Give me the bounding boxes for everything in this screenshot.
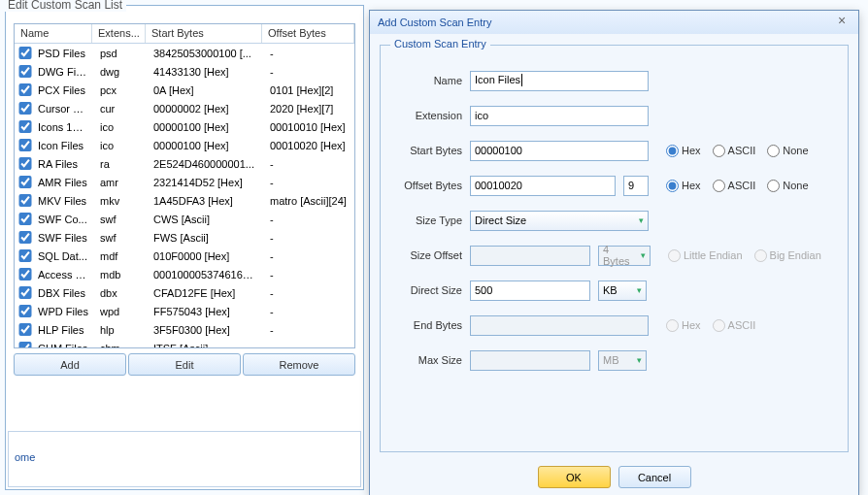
- remove-button[interactable]: Remove: [243, 353, 355, 376]
- cell-offset-bytes: -: [264, 157, 354, 171]
- row-checkbox[interactable]: [18, 139, 32, 151]
- offset-extra-field[interactable]: [623, 176, 649, 196]
- cell-extension: dbx: [94, 286, 148, 300]
- cell-offset-bytes: -: [264, 47, 354, 60]
- cell-start-bytes: 1A45DFA3 [Hex]: [148, 194, 264, 208]
- size-offset-label: Size Offset: [394, 249, 462, 261]
- row-checkbox[interactable]: [18, 176, 32, 188]
- cell-name: DBX Files: [32, 286, 94, 300]
- row-checkbox[interactable]: [18, 194, 32, 207]
- start-hex-radio[interactable]: Hex: [666, 145, 701, 157]
- row-checkbox[interactable]: [18, 213, 32, 225]
- cell-extension: ico: [94, 120, 148, 134]
- row-checkbox[interactable]: [18, 65, 32, 78]
- cell-start-bytes: 010F0000 [Hex]: [148, 249, 264, 263]
- link-area: ome: [8, 431, 361, 487]
- name-field[interactable]: Icon Files: [470, 71, 649, 91]
- row-checkbox[interactable]: [18, 102, 32, 115]
- row-checkbox[interactable]: [18, 231, 32, 244]
- cell-name: SWF Co...: [32, 213, 94, 226]
- row-checkbox[interactable]: [18, 342, 32, 348]
- header-start-bytes[interactable]: Start Bytes: [146, 24, 262, 43]
- table-row[interactable]: Icons 16 Bitico00000100 [Hex]00010010 [H…: [15, 117, 354, 136]
- offset-ascii-radio[interactable]: ASCII: [713, 180, 756, 192]
- cell-name: RA Files: [32, 157, 94, 171]
- cell-start-bytes: 41433130 [Hex]: [148, 65, 264, 79]
- max-size-unit-select: MB: [598, 350, 647, 371]
- cell-extension: wpd: [94, 305, 148, 318]
- fieldset-legend: Custom Scan Entry: [390, 38, 490, 50]
- offset-none-radio[interactable]: None: [767, 180, 808, 192]
- scan-table: Name Extens... Start Bytes Offset Bytes …: [14, 23, 355, 348]
- start-none-radio[interactable]: None: [767, 145, 808, 157]
- offset-hex-radio[interactable]: Hex: [666, 180, 701, 192]
- cell-extension: psd: [94, 47, 148, 60]
- row-checkbox[interactable]: [18, 286, 32, 299]
- table-row[interactable]: HLP Fileshlp3F5F0300 [Hex]-: [15, 320, 354, 339]
- cell-name: WPD Files: [32, 305, 94, 318]
- start-bytes-label: Start Bytes: [394, 145, 462, 156]
- extension-field[interactable]: [470, 106, 649, 126]
- cell-name: MKV Files: [32, 194, 94, 208]
- table-row[interactable]: SQL Dat...mdf010F0000 [Hex]-: [15, 247, 354, 265]
- table-row[interactable]: Cursor Filescur00000002 [Hex]2020 [Hex][…: [15, 99, 354, 117]
- cancel-button[interactable]: Cancel: [618, 466, 691, 488]
- start-bytes-field[interactable]: [470, 141, 649, 161]
- cell-extension: mdb: [94, 268, 148, 281]
- cell-offset-bytes: 0101 [Hex][2]: [264, 83, 354, 97]
- table-row[interactable]: Access Filemdb000100005374616E...-: [15, 265, 354, 283]
- table-row[interactable]: SWF FilesswfFWS [Ascii]-: [15, 228, 354, 247]
- row-checkbox[interactable]: [18, 305, 32, 317]
- row-checkbox[interactable]: [18, 249, 32, 262]
- row-checkbox[interactable]: [18, 47, 32, 59]
- add-entry-dialog: Add Custom Scan Entry × Custom Scan Entr…: [369, 10, 859, 495]
- table-row[interactable]: Icon Filesico00000100 [Hex]00010020 [Hex…: [15, 136, 354, 154]
- direct-size-field[interactable]: [470, 280, 590, 301]
- table-row[interactable]: WPD FileswpdFF575043 [Hex]-: [15, 302, 354, 320]
- row-checkbox[interactable]: [18, 268, 32, 280]
- end-bytes-field: [470, 315, 649, 336]
- cell-name: Icons 16 Bit: [32, 120, 94, 134]
- size-type-select[interactable]: Direct Size: [470, 211, 649, 231]
- text-cursor-icon: [521, 74, 522, 86]
- row-checkbox[interactable]: [18, 83, 32, 96]
- cell-offset-bytes: -: [264, 342, 354, 349]
- row-checkbox[interactable]: [18, 157, 32, 170]
- cell-offset-bytes: -: [264, 176, 354, 189]
- cell-offset-bytes: -: [264, 323, 354, 337]
- cell-extension: mkv: [94, 194, 148, 208]
- table-row[interactable]: MKV Filesmkv1A45DFA3 [Hex]matro [Ascii][…: [15, 191, 354, 210]
- cell-extension: pcx: [94, 83, 148, 97]
- little-endian-radio: Little Endian: [668, 249, 743, 262]
- table-row[interactable]: PCX Filespcx0A [Hex]0101 [Hex][2]: [15, 81, 354, 99]
- table-row[interactable]: RA Filesra2E524D460000001...-: [15, 154, 354, 173]
- cell-start-bytes: ITSF [Ascii]: [148, 342, 264, 349]
- button-row: Add Edit Remove: [14, 353, 355, 376]
- table-row[interactable]: DBX FilesdbxCFAD12FE [Hex]-: [15, 283, 354, 302]
- cell-start-bytes: 00000100 [Hex]: [148, 120, 264, 134]
- table-row[interactable]: DWG Filesdwg41433130 [Hex]-: [15, 62, 354, 81]
- row-checkbox[interactable]: [18, 323, 32, 336]
- add-button[interactable]: Add: [14, 353, 126, 376]
- table-row[interactable]: CHM FileschmITSF [Ascii]-: [15, 339, 354, 348]
- table-row[interactable]: SWF Co...swfCWS [Ascii]-: [15, 210, 354, 228]
- start-ascii-radio[interactable]: ASCII: [713, 145, 756, 157]
- table-row[interactable]: PSD Filespsd38425053000100 [...-: [15, 44, 354, 62]
- offset-bytes-field[interactable]: [470, 176, 616, 196]
- extension-label: Extension: [394, 110, 462, 121]
- home-link[interactable]: ome: [15, 451, 35, 463]
- ok-button[interactable]: OK: [538, 466, 611, 488]
- row-checkbox[interactable]: [18, 120, 32, 133]
- cell-name: PSD Files: [32, 47, 94, 60]
- header-offset-bytes[interactable]: Offset Bytes: [262, 24, 354, 43]
- cell-offset-bytes: 00010020 [Hex]: [264, 139, 354, 152]
- close-icon[interactable]: ×: [833, 14, 851, 31]
- table-row[interactable]: AMR Filesamr2321414D52 [Hex]-: [15, 173, 354, 191]
- cell-start-bytes: 2E524D460000001...: [148, 157, 264, 171]
- header-extension[interactable]: Extens...: [92, 24, 146, 43]
- direct-size-unit-select[interactable]: KB: [598, 280, 647, 301]
- table-body[interactable]: PSD Filespsd38425053000100 [...-DWG File…: [15, 44, 354, 348]
- header-name[interactable]: Name: [15, 24, 92, 43]
- edit-button[interactable]: Edit: [128, 353, 241, 376]
- cell-name: PCX Files: [32, 83, 94, 97]
